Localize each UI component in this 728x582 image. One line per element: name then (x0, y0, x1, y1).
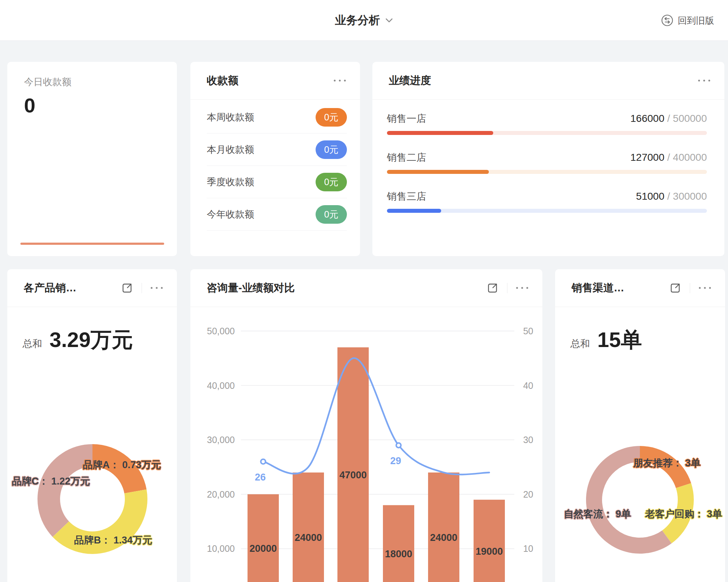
collections-row-label: 本月收款额 (207, 143, 254, 156)
bar[interactable] (474, 500, 505, 582)
ellipsis-icon (698, 80, 710, 81)
product-sum-value: 3.29万元 (50, 326, 133, 354)
consult-combo-chart[interactable]: 50,0005040,0004030,0003020,0002010,00010… (190, 269, 542, 582)
progress-row: 销售三店51000 / 300000 (387, 190, 707, 213)
product-donut-chart[interactable]: 品牌A： 0.73万元品牌B： 1.34万元品牌C： 1.22万元 (7, 415, 177, 582)
collections-amount-badge: 0元 (316, 173, 347, 191)
progress-row-list: 销售一店166000 / 500000销售二店127000 / 400000销售… (372, 100, 724, 213)
collections-row-label: 本周收款额 (207, 111, 254, 124)
collections-row-list: 本周收款额0元本月收款额0元季度收款额0元今年收款额0元 (190, 100, 360, 231)
card-sales-channels: 销售渠道… 总和 15单 朋友推荐： 3单老客户回购： 3单自然客流： 9单 (555, 269, 725, 582)
today-collection-underline (20, 243, 164, 245)
right-axis-tick: 10 (523, 543, 533, 554)
line-series (263, 358, 489, 474)
collections-row-label: 今年收款额 (207, 208, 254, 221)
today-collection-value: 0 (24, 93, 177, 117)
collections-amount-badge: 0元 (316, 108, 347, 127)
progress-row-label: 销售二店 (387, 151, 426, 164)
right-axis-tick: 40 (523, 380, 533, 391)
page-title-dropdown[interactable]: 业务分析 (335, 0, 393, 41)
left-axis-tick: 20,000 (207, 489, 235, 499)
channel-sum-row: 总和 15单 (555, 326, 725, 354)
progress-row: 销售二店127000 / 400000 (387, 151, 707, 174)
donut-slice-label: 品牌C： 1.22万元 (12, 475, 90, 488)
progress-bar-track (387, 131, 707, 135)
progress-bar-track (387, 170, 707, 174)
left-axis-tick: 10,000 (207, 543, 235, 554)
collections-card-header: 收款额 (190, 62, 360, 100)
channel-expand-button[interactable] (668, 281, 682, 295)
bar-value-label: 19000 (475, 546, 503, 557)
progress-row-label: 销售三店 (387, 190, 426, 203)
progress-row: 销售一店166000 / 500000 (387, 112, 707, 135)
progress-more-button[interactable] (697, 73, 711, 88)
open-fullscreen-icon (669, 282, 681, 294)
channel-card-title: 销售渠道… (571, 281, 624, 295)
bar[interactable] (428, 473, 459, 582)
progress-row-values: 166000 / 500000 (630, 113, 707, 124)
bar-value-label: 20000 (249, 543, 277, 554)
chevron-down-icon (385, 18, 393, 23)
collections-row: 本月收款额0元 (207, 133, 347, 166)
channel-donut-chart[interactable]: 朋友推荐： 3单老客户回购： 3单自然客流： 9单 (555, 415, 725, 582)
progress-card-title: 业绩进度 (389, 73, 431, 88)
right-axis-tick: 50 (523, 326, 533, 336)
collections-amount-badge: 0元 (316, 205, 347, 224)
line-point-marker[interactable] (396, 443, 401, 448)
toolbar-divider (690, 283, 690, 293)
collections-more-button[interactable] (332, 73, 347, 88)
bar[interactable] (293, 473, 324, 582)
progress-row-values: 51000 / 300000 (636, 191, 707, 202)
swap-version-icon (661, 14, 673, 27)
product-card-title: 各产品销… (24, 281, 76, 295)
donut-svg (555, 415, 725, 582)
toolbar-divider (142, 283, 142, 293)
progress-row-values: 127000 / 400000 (630, 152, 707, 163)
left-axis-tick: 40,000 (207, 380, 235, 391)
card-collections: 收款额 本周收款额0元本月收款额0元季度收款额0元今年收款额0元 (190, 62, 360, 256)
donut-svg (7, 415, 177, 582)
bar[interactable] (248, 494, 279, 582)
product-expand-button[interactable] (120, 281, 134, 295)
progress-bar-fill (387, 170, 489, 174)
back-to-old-version-label: 回到旧版 (678, 15, 714, 27)
bar-value-label: 47000 (339, 470, 367, 481)
ellipsis-icon (151, 287, 163, 289)
collections-row-label: 季度收款额 (207, 176, 254, 188)
donut-slice-label: 自然客流： 9单 (564, 507, 631, 521)
product-more-button[interactable] (149, 281, 164, 295)
today-collection-label: 今日收款额 (24, 76, 177, 88)
top-bar: 业务分析 回到旧版 (0, 0, 728, 41)
left-axis-tick: 30,000 (207, 435, 235, 445)
card-performance-progress: 业绩进度 销售一店166000 / 500000销售二店127000 / 400… (372, 62, 724, 256)
donut-slice-label: 品牌A： 0.73万元 (83, 458, 161, 471)
bar[interactable] (383, 505, 414, 582)
progress-card-header: 业绩进度 (372, 62, 724, 100)
collections-row: 今年收款额0元 (207, 198, 347, 231)
line-point-label: 26 (255, 472, 266, 483)
channel-card-header: 销售渠道… (555, 269, 725, 307)
line-point-marker[interactable] (261, 459, 266, 464)
back-to-old-version-button[interactable]: 回到旧版 (661, 0, 714, 41)
card-today-collection: 今日收款额 0 (7, 62, 177, 256)
card-consult-performance: 咨询量-业绩额对比 50,0005040,0004030,0003020,000… (190, 269, 542, 582)
bar-value-label: 18000 (385, 549, 412, 559)
collections-card-title: 收款额 (207, 73, 238, 88)
progress-bar-track (387, 209, 707, 213)
collections-row: 季度收款额0元 (207, 166, 347, 198)
card-product-sales: 各产品销… 总和 3.29万元 品牌A： 0.73万元品牌B： 1.34万元品牌… (7, 269, 177, 582)
product-card-header: 各产品销… (7, 269, 177, 307)
product-sum-label: 总和 (23, 337, 42, 350)
bar-value-label: 24000 (294, 532, 322, 543)
donut-slice-label: 品牌B： 1.34万元 (74, 534, 153, 547)
progress-bar-fill (387, 209, 441, 213)
product-sum-row: 总和 3.29万元 (7, 326, 177, 354)
page-title: 业务分析 (335, 13, 380, 28)
donut-slice-label: 朋友推荐： 3单 (633, 457, 701, 470)
ellipsis-icon (699, 287, 711, 289)
progress-row-label: 销售一店 (387, 112, 426, 125)
channel-more-button[interactable] (697, 281, 712, 295)
collections-row: 本周收款额0元 (207, 101, 347, 133)
bar[interactable] (337, 347, 369, 582)
collections-amount-badge: 0元 (316, 140, 347, 159)
